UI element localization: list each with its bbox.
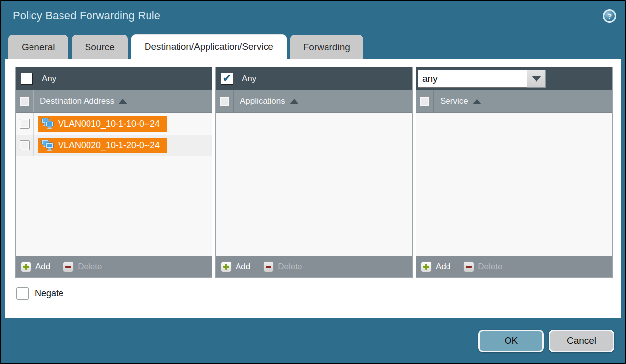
tab-destination-application-service[interactable]: Destination/Application/Service	[131, 34, 287, 60]
delete-icon	[63, 261, 74, 272]
dialog-titlebar: Policy Based Forwarding Rule ?	[1, 1, 625, 30]
add-icon	[221, 261, 232, 272]
service-dropdown-button[interactable]	[527, 70, 546, 88]
cancel-button[interactable]: Cancel	[549, 330, 614, 352]
header-divider	[434, 90, 434, 112]
add-icon	[421, 261, 432, 272]
service-footer-bar: Add Delete	[416, 256, 612, 277]
delete-icon	[463, 261, 474, 272]
columns-container: Any Destination Address	[15, 67, 613, 278]
applications-header[interactable]: Applications	[216, 90, 412, 113]
service-header-label: Service	[440, 96, 468, 106]
address-badge: VLAN0020_10-1-20-0--24	[38, 138, 167, 153]
service-dropdown-input[interactable]	[418, 70, 527, 88]
ok-button[interactable]: OK	[478, 330, 544, 352]
tab-general[interactable]: General	[8, 35, 68, 59]
destination-address-list: VLAN0010_10-1-10-0--24	[16, 113, 212, 256]
destination-add-button[interactable]: Add	[21, 261, 50, 272]
dialog-title: Policy Based Forwarding Rule	[13, 9, 160, 22]
add-icon	[21, 261, 31, 272]
service-list	[416, 113, 612, 256]
header-divider	[234, 90, 234, 112]
header-divider	[33, 90, 34, 112]
destination-select-all-checkbox[interactable]	[20, 96, 30, 106]
applications-select-all-checkbox[interactable]	[220, 96, 230, 106]
negate-checkbox[interactable]	[16, 287, 29, 300]
policy-based-forwarding-rule-dialog: Policy Based Forwarding Rule ? General S…	[0, 0, 626, 364]
applications-any-label: Any	[242, 74, 256, 84]
service-select-all-checkbox[interactable]	[420, 96, 430, 106]
negate-label: Negate	[35, 288, 63, 299]
destination-footer-bar: Add Delete	[16, 256, 212, 277]
address-badge: VLAN0010_10-1-10-0--24	[38, 116, 167, 132]
tab-content-panel: Any Destination Address	[5, 59, 621, 318]
applications-list	[216, 113, 412, 256]
sort-ascending-icon	[290, 99, 298, 104]
sort-ascending-icon	[473, 99, 481, 104]
tab-bar: General Source Destination/Application/S…	[1, 30, 625, 59]
applications-column: ✔ Any Applications Add	[215, 67, 413, 278]
help-icon[interactable]: ?	[603, 9, 616, 23]
destination-any-checkbox[interactable]	[21, 73, 33, 85]
chevron-down-icon	[532, 76, 541, 82]
service-delete-button[interactable]: Delete	[463, 261, 502, 272]
applications-any-checkbox[interactable]: ✔	[221, 73, 233, 85]
row-checkbox[interactable]	[20, 119, 30, 129]
address-group-icon	[41, 118, 54, 130]
applications-any-bar: ✔ Any	[216, 67, 412, 90]
negate-row: Negate	[16, 287, 613, 300]
tab-forwarding[interactable]: Forwarding	[290, 35, 363, 59]
service-header[interactable]: Service	[416, 90, 612, 113]
address-label: VLAN0020_10-1-20-0--24	[58, 140, 160, 151]
destination-delete-button[interactable]: Delete	[63, 261, 102, 272]
applications-footer-bar: Add Delete	[216, 256, 412, 277]
applications-add-button[interactable]: Add	[221, 261, 250, 272]
sort-ascending-icon	[119, 99, 127, 104]
row-checkbox[interactable]	[20, 140, 30, 150]
destination-any-bar: Any	[16, 67, 212, 90]
applications-delete-button[interactable]: Delete	[263, 261, 302, 272]
destination-row-vlan0010[interactable]: VLAN0010_10-1-10-0--24	[16, 113, 212, 135]
destination-row-vlan0020[interactable]: VLAN0020_10-1-20-0--24	[16, 135, 212, 156]
delete-icon	[263, 261, 274, 272]
address-group-icon	[41, 140, 54, 151]
service-dropdown-bar	[416, 67, 612, 90]
destination-address-header[interactable]: Destination Address	[16, 90, 212, 113]
check-icon: ✔	[222, 73, 231, 84]
destination-address-header-label: Destination Address	[40, 96, 114, 106]
applications-header-label: Applications	[240, 96, 285, 106]
tab-source[interactable]: Source	[72, 35, 128, 59]
service-add-button[interactable]: Add	[421, 261, 450, 272]
destination-address-column: Any Destination Address	[15, 67, 212, 278]
destination-any-label: Any	[42, 74, 56, 84]
address-label: VLAN0010_10-1-10-0--24	[58, 119, 160, 129]
service-column: Service Add Delete	[416, 67, 613, 278]
dialog-button-bar: OK Cancel	[478, 330, 614, 352]
